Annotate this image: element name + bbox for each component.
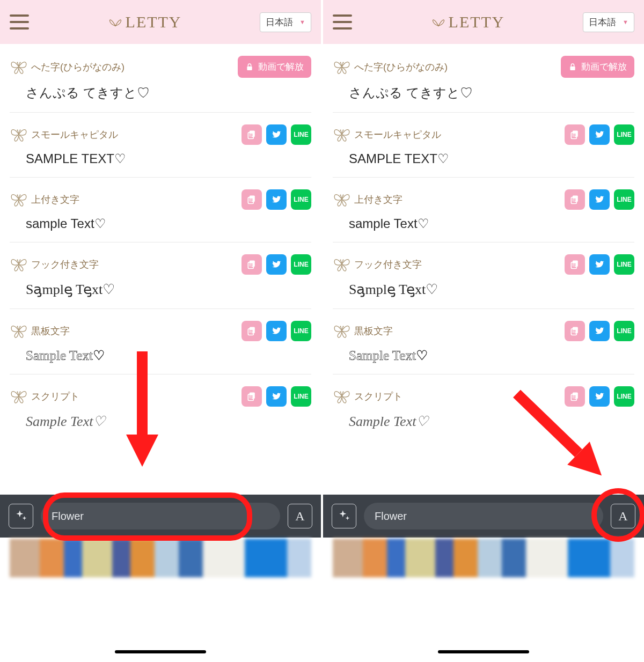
font-sample: Sample Text♡ <box>10 348 311 363</box>
font-row: フック付き文字 LINE Sa̡mple̡ Te̡xt♡ <box>10 242 311 309</box>
twitter-share-button[interactable] <box>266 321 287 341</box>
line-share-button[interactable]: LINE <box>291 254 311 275</box>
language-select[interactable]: 日本語▼ <box>583 12 634 32</box>
svg-point-64 <box>340 326 341 327</box>
twitter-icon <box>594 259 605 270</box>
font-list: へた字(ひらがなのみ) 動画で解放 さんぷる てきすと♡ スモールキャピタル L… <box>323 44 644 440</box>
svg-point-18 <box>20 259 21 260</box>
twitter-icon <box>594 326 605 336</box>
twitter-icon <box>594 391 605 402</box>
copy-button[interactable] <box>565 386 585 407</box>
copy-icon <box>246 259 257 270</box>
font-row: 上付き文字 LINE sample Text♡ <box>333 178 634 242</box>
svg-point-10 <box>17 194 18 195</box>
line-label: LINE <box>617 261 631 268</box>
unlock-button[interactable]: 動画で解放 <box>561 56 634 78</box>
svg-point-24 <box>17 326 18 327</box>
twitter-share-button[interactable] <box>589 386 610 407</box>
font-sample: Sample Text♡ <box>333 348 634 363</box>
copy-button[interactable] <box>241 254 262 275</box>
font-sample: Sa̡mple̡ Te̡xt♡ <box>10 281 311 298</box>
language-label: 日本語 <box>266 16 293 28</box>
font-title: スクリプト <box>31 390 79 403</box>
line-share-button[interactable]: LINE <box>614 189 634 210</box>
font-title: スクリプト <box>354 390 402 403</box>
twitter-icon <box>271 194 282 205</box>
sparkle-button[interactable] <box>332 504 356 528</box>
logo-butterfly-icon <box>430 14 447 30</box>
svg-point-58 <box>343 259 344 260</box>
font-row: スモールキャピタル LINE SAMPLE TEXT♡ <box>10 113 311 178</box>
copy-button[interactable] <box>565 254 585 275</box>
twitter-share-button[interactable] <box>266 254 287 275</box>
font-sample: さんぷる てきすと♡ <box>333 84 634 101</box>
line-share-button[interactable]: LINE <box>614 386 634 407</box>
svg-point-0 <box>17 62 18 63</box>
sparkle-button[interactable] <box>9 504 33 528</box>
language-label: 日本語 <box>589 16 616 28</box>
font-sample: Sample Text♡ <box>333 413 634 430</box>
svg-point-44 <box>343 129 344 130</box>
menu-button[interactable] <box>10 14 29 30</box>
line-share-button[interactable]: LINE <box>614 254 634 275</box>
style-glyph: A <box>295 509 304 524</box>
svg-point-40 <box>340 62 341 63</box>
svg-point-11 <box>20 194 21 195</box>
copy-button[interactable] <box>565 321 585 341</box>
unlock-button[interactable]: 動画で解放 <box>238 56 311 78</box>
lock-icon <box>568 63 577 71</box>
copy-button[interactable] <box>241 386 262 407</box>
butterfly-icon <box>333 387 351 406</box>
copy-button[interactable] <box>565 189 585 210</box>
svg-point-32 <box>20 391 21 392</box>
twitter-share-button[interactable] <box>266 386 287 407</box>
app-header: LETTY 日本語▼ <box>323 0 644 44</box>
copy-button[interactable] <box>241 321 262 341</box>
app-pane-left: LETTY 日本語▼ へた字(ひらがなのみ) 動画で解放 さんぷる てきすと♡ <box>0 0 321 662</box>
text-input[interactable]: Flower <box>364 503 603 529</box>
font-title: へた字(ひらがなのみ) <box>31 61 125 73</box>
copy-button[interactable] <box>241 189 262 210</box>
line-label: LINE <box>294 131 308 138</box>
style-button[interactable]: A <box>288 504 312 528</box>
font-row: フック付き文字 LINE Sa̡mple̡ Te̡xt♡ <box>333 242 634 309</box>
twitter-share-button[interactable] <box>266 124 287 145</box>
line-share-button[interactable]: LINE <box>291 189 311 210</box>
copy-icon <box>569 326 580 336</box>
copy-icon <box>246 194 257 205</box>
line-share-button[interactable]: LINE <box>291 321 311 341</box>
font-sample: SAMPLE TEXT♡ <box>10 151 311 166</box>
menu-button[interactable] <box>333 14 352 30</box>
twitter-share-button[interactable] <box>266 189 287 210</box>
font-row: へた字(ひらがなのみ) 動画で解放 さんぷる てきすと♡ <box>333 44 634 113</box>
line-share-button[interactable]: LINE <box>291 124 311 145</box>
svg-point-50 <box>340 194 341 195</box>
font-title: スモールキャピタル <box>31 128 118 141</box>
twitter-share-button[interactable] <box>589 189 610 210</box>
copy-icon <box>246 129 257 140</box>
font-row: 上付き文字 LINE sample Text♡ <box>10 178 311 242</box>
twitter-share-button[interactable] <box>589 124 610 145</box>
copy-button[interactable] <box>241 124 262 145</box>
copy-icon <box>569 391 580 402</box>
twitter-share-button[interactable] <box>589 321 610 341</box>
svg-rect-2 <box>247 66 252 70</box>
butterfly-icon <box>10 322 28 340</box>
twitter-icon <box>271 391 282 402</box>
twitter-icon <box>271 259 282 270</box>
style-button[interactable]: A <box>611 504 635 528</box>
twitter-share-button[interactable] <box>589 254 610 275</box>
font-sample: Sample Text♡ <box>10 413 311 430</box>
language-select[interactable]: 日本語▼ <box>260 12 311 32</box>
font-title: 黒板文字 <box>354 325 393 337</box>
line-label: LINE <box>294 393 308 400</box>
font-row: 黒板文字 LINE Sample Text♡ <box>333 309 634 374</box>
line-share-button[interactable]: LINE <box>614 124 634 145</box>
font-sample: sample Text♡ <box>333 216 634 231</box>
text-input[interactable]: Flower <box>41 503 280 529</box>
line-share-button[interactable]: LINE <box>614 321 634 341</box>
copy-button[interactable] <box>565 124 585 145</box>
unlock-label: 動画で解放 <box>581 61 627 73</box>
font-list: へた字(ひらがなのみ) 動画で解放 さんぷる てきすと♡ スモールキャピタル L… <box>0 44 321 440</box>
line-share-button[interactable]: LINE <box>291 386 311 407</box>
